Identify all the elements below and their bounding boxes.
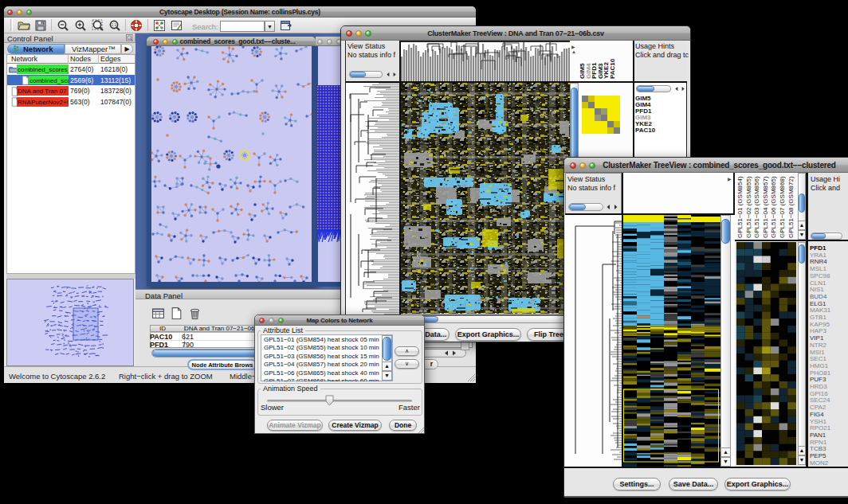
svg-text:1:1: 1:1: [112, 23, 117, 27]
